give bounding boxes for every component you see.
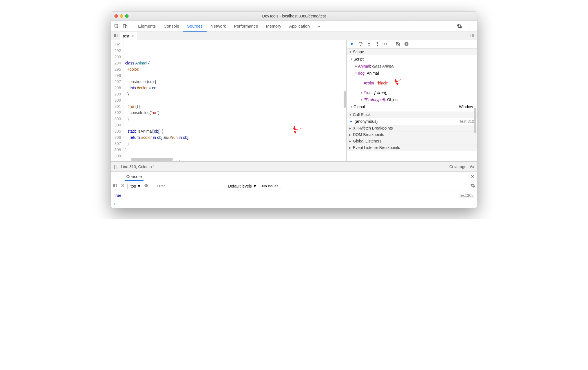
chevron-right-icon: ▶	[360, 89, 363, 96]
debugger-toolbar	[347, 40, 477, 49]
console-output-value: true	[114, 193, 121, 198]
source-file-tab[interactable]: test ×	[120, 32, 137, 40]
chevron-right-icon: ▶	[349, 146, 352, 149]
issues-button[interactable]: No Issues	[260, 183, 281, 189]
tab-memory[interactable]: Memory	[262, 21, 285, 32]
tab-application[interactable]: Application	[285, 21, 314, 32]
svg-point-11	[384, 43, 385, 44]
debugger-pane-toggle-icon[interactable]	[468, 32, 476, 40]
svg-point-9	[368, 44, 370, 46]
tab-elements[interactable]: Elements	[134, 21, 160, 32]
coverage-status: Coverage: n/a	[449, 164, 474, 169]
close-drawer-icon[interactable]: ×	[471, 173, 474, 180]
main-toolbar: Elements Console Sources Network Perform…	[111, 21, 477, 32]
svg-point-19	[146, 185, 147, 186]
scope-body: ▼ Script ▶ Animal: class Animal ▼ dog: A…	[347, 55, 477, 112]
tab-sources[interactable]: Sources	[183, 21, 207, 32]
callstack-frame[interactable]: ➔ (anonymous) test:310	[347, 118, 477, 125]
pretty-print-button[interactable]: {}	[114, 164, 117, 169]
chevron-right-icon: ▶	[350, 103, 353, 110]
console-output-location[interactable]: test:308	[459, 193, 474, 198]
current-frame-icon: ➔	[350, 119, 352, 123]
console-tab[interactable]: Console	[125, 172, 143, 181]
scope-item-color[interactable]: #color: "black"	[349, 77, 477, 89]
scope-section-header[interactable]: ▼ Scope	[347, 49, 477, 55]
chevron-right-icon: ▶	[355, 63, 357, 70]
tab-console[interactable]: Console	[160, 21, 183, 32]
chevron-down-icon[interactable]: ▼	[350, 56, 353, 63]
console-sidebar-toggle-icon[interactable]	[113, 183, 117, 189]
step-button[interactable]	[383, 41, 388, 48]
chevron-right-icon: ▶	[360, 96, 363, 103]
chevron-right-icon: ▶	[349, 140, 352, 143]
dom-breakpoints-header[interactable]: ▶ DOM Breakpoints	[347, 131, 477, 138]
console-filter-input[interactable]	[155, 183, 225, 189]
console-toolbar: top ▼ Default levels ▼ No Issues	[111, 181, 477, 191]
log-levels-selector[interactable]: Default levels ▼	[228, 184, 257, 188]
deactivate-breakpoints-button[interactable]	[395, 41, 401, 48]
editor-h-scrollbar[interactable]	[131, 158, 173, 161]
settings-icon[interactable]	[457, 23, 462, 29]
pause-exceptions-button[interactable]	[404, 41, 409, 48]
svg-rect-14	[406, 43, 407, 45]
code-editor[interactable]: class Animal { #color; constructor(co) {…	[123, 40, 346, 161]
callstack-section-header[interactable]: ▼ Call Stack	[347, 112, 477, 118]
live-expression-icon[interactable]	[144, 183, 149, 189]
svg-point-10	[377, 44, 378, 46]
drawer-menu-icon[interactable]: ⋮	[114, 173, 122, 180]
navigator-toggle-icon[interactable]	[112, 32, 120, 40]
debug-scrollbar[interactable]	[474, 108, 476, 133]
context-selector[interactable]: top ▼	[131, 184, 141, 188]
chevron-down-icon: ▼	[355, 70, 357, 77]
cursor-position: Line 310, Column 1	[121, 164, 155, 169]
annotation-arrow	[394, 76, 404, 88]
console-message: true test:308	[111, 191, 477, 200]
svg-point-8	[360, 45, 361, 46]
source-file-name: test	[123, 34, 129, 38]
kebab-menu-icon[interactable]: ⋮	[466, 23, 472, 29]
resume-button[interactable]	[350, 41, 355, 48]
more-tabs-button[interactable]: »	[314, 21, 324, 32]
source-tabbar: test ×	[111, 32, 477, 40]
tab-performance[interactable]: Performance	[230, 21, 262, 32]
chevron-right-icon: ▶	[349, 133, 352, 136]
step-out-button[interactable]	[375, 41, 380, 48]
console-prompt[interactable]: ›	[111, 200, 477, 208]
scope-item-global[interactable]: ▶ Global Window	[349, 103, 477, 110]
window-title: DevTools - localhost:8080/demo/test	[111, 14, 477, 18]
tab-network[interactable]: Network	[207, 21, 230, 32]
svg-rect-13	[406, 43, 406, 45]
scope-item-animal[interactable]: ▶ Animal: class Animal	[349, 63, 477, 70]
global-listeners-header[interactable]: ▶ Global Listeners	[347, 138, 477, 144]
editor-status-bar: {} Line 310, Column 1 Coverage: n/a	[111, 161, 477, 171]
line-gutter: 2912922932942952962972982993003013023033…	[111, 40, 123, 161]
chevron-right-icon: ▶	[349, 127, 352, 130]
chevron-down-icon: ▼	[349, 50, 352, 54]
inspect-icon[interactable]	[114, 23, 120, 29]
editor-column: 2912922932942952962972982993003013023033…	[111, 40, 347, 161]
sources-body: 2912922932942952962972982993003013023033…	[111, 40, 477, 161]
console-settings-icon[interactable]	[470, 183, 475, 189]
svg-line-18	[121, 185, 123, 187]
panel-tabs: Elements Console Sources Network Perform…	[134, 21, 324, 32]
step-over-button[interactable]	[358, 41, 363, 48]
clear-console-icon[interactable]	[120, 183, 125, 189]
console-drawer: ⋮ Console × top ▼ Default levels ▼ No Is…	[111, 171, 477, 208]
editor-scrollbar[interactable]	[344, 91, 346, 108]
scope-item-dog[interactable]: ▼ dog: Animal	[349, 70, 477, 77]
devtools-window: DevTools - localhost:8080/demo/test Elem…	[111, 11, 477, 208]
xhr-breakpoints-header[interactable]: ▶ XHR/fetch Breakpoints	[347, 125, 477, 131]
step-into-button[interactable]	[366, 41, 372, 48]
scope-item-run[interactable]: ▶ #run: ƒ #run()	[349, 89, 477, 96]
titlebar: DevTools - localhost:8080/demo/test	[111, 12, 477, 21]
event-listener-breakpoints-header[interactable]: ▶ Event Listener Breakpoints	[347, 144, 477, 151]
scope-item-prototype[interactable]: ▶ [[Prototype]]: Object	[349, 96, 477, 103]
device-toggle-icon[interactable]	[122, 23, 128, 29]
debug-column: ▼ Scope ▼ Script ▶ Animal: class Animal …	[347, 40, 477, 161]
svg-rect-7	[354, 42, 354, 46]
chevron-down-icon: ▼	[349, 113, 352, 116]
close-file-icon[interactable]: ×	[132, 34, 134, 38]
